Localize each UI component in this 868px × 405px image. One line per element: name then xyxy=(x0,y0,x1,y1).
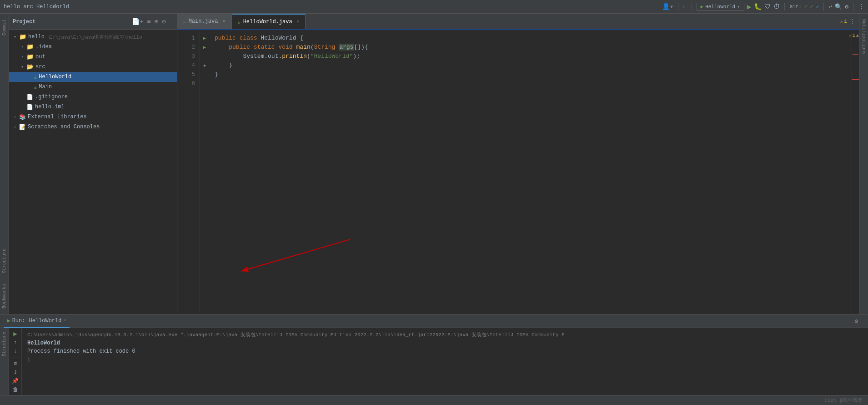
main-label: Main xyxy=(39,84,52,90)
run-gutter-line1[interactable]: ▶ xyxy=(203,35,206,41)
code-content[interactable]: public class HelloWorld { public static … xyxy=(209,30,852,314)
debug-button[interactable]: 🐛 xyxy=(754,3,762,10)
csdn-watermark: CSDN @君生我老 xyxy=(824,397,863,404)
run-output-pin[interactable]: 📌 xyxy=(11,378,20,385)
bottom-content: Structure ▶ ↑ ↓ ≡ ⤸ 📌 🗑 C:\Users\Admin\.… xyxy=(0,328,868,395)
coverage-button[interactable]: 🛡 xyxy=(764,3,771,10)
top-warning-icon: ⚠ xyxy=(848,33,852,39)
toolbar-separator-h xyxy=(11,358,20,358)
hello-root-icon: 📁 xyxy=(19,33,26,40)
undo-button[interactable]: ↩ xyxy=(828,3,832,10)
toolbar-separator-3 xyxy=(784,3,785,10)
run-gutter-line2[interactable]: ▶ xyxy=(203,45,206,50)
notifications-tab[interactable]: Notifications xyxy=(860,14,867,60)
structure-bottom-tab[interactable]: Structure xyxy=(1,328,8,360)
editor-area: ☕ Main.java × ☕ HelloWorld.java × ⚠ 1 ⋮ xyxy=(177,14,859,314)
title-bar-right: 👤▾ ← ▶ HelloWorld ▾ ▶ 🐛 🛡 ⏱ Git: ✓ ✓ ↗ ↩… xyxy=(662,2,864,11)
run-icon: ▶ xyxy=(701,4,704,10)
gitignore-icon: 📄 xyxy=(26,94,33,101)
line4-warning-icon: ◈ xyxy=(203,63,206,68)
run-tab-label: Run: xyxy=(12,318,25,324)
run-tab-close[interactable]: × xyxy=(63,318,66,323)
run-output-scroll-down[interactable]: ↓ xyxy=(11,348,20,355)
run-output-soft-wrap[interactable]: ⤸ xyxy=(11,369,20,376)
tree-item-idea[interactable]: › 📁 .idea xyxy=(9,42,177,52)
sidebar: Project 📄+ ≡ ⊞ ⚙ — ▾ 📁 hello E:\java\E:\… xyxy=(9,14,177,314)
run-tab[interactable]: ▶ Run: HelloWorld × xyxy=(4,314,70,328)
tree-item-hello-iml[interactable]: 📄 hello.iml xyxy=(9,102,177,112)
tree-item-out[interactable]: › 📁 out xyxy=(9,52,177,62)
tree-item-gitignore[interactable]: 📄 .gitignore xyxy=(9,92,177,102)
git-check-1: ✓ xyxy=(804,4,808,10)
helloworld-java-icon: ☕ xyxy=(237,19,241,25)
bottom-settings-icon[interactable]: ⚙ xyxy=(854,318,858,325)
toolbar-separator-4 xyxy=(823,3,824,10)
line-numbers: 1 2 3 4 5 6 xyxy=(177,30,200,314)
sidebar-tree: ▾ 📁 hello E:\java\E:\java语言代码练习\hello › … xyxy=(9,30,177,314)
tree-item-main[interactable]: ☕ Main xyxy=(9,82,177,92)
right-tab-bar: Notifications xyxy=(859,14,868,314)
tree-item-hello-root[interactable]: ▾ 📁 hello E:\java\E:\java语言代码练习\hello xyxy=(9,32,177,42)
title-bar-left: hello src HelloWorld xyxy=(4,4,662,10)
warning-count-num: 1 xyxy=(844,19,847,24)
right-gutter: ⚠ 1 ▲ ▼ xyxy=(852,30,859,314)
out-icon: 📁 xyxy=(26,53,34,61)
editor-tab-bar: ☕ Main.java × ☕ HelloWorld.java × ⚠ 1 ⋮ xyxy=(177,14,859,30)
run-output-wrap-btn[interactable]: ≡ xyxy=(11,360,20,367)
tab-helloworld-java[interactable]: ☕ HelloWorld.java × xyxy=(232,14,306,29)
run-gutter: ▶ ▶ ◈ xyxy=(200,30,209,314)
run-output-clear[interactable]: 🗑 xyxy=(11,386,20,393)
code-line-5: } xyxy=(215,70,846,79)
more-options-icon[interactable]: ⋮ xyxy=(858,3,864,10)
scratches-icon: 📝 xyxy=(19,124,26,131)
editor-right-actions: ⚠ 1 ⋮ xyxy=(837,14,859,29)
tab-main-java[interactable]: ☕ Main.java × xyxy=(177,14,232,29)
helloworld-java-close[interactable]: × xyxy=(297,20,300,25)
code-line-6 xyxy=(215,79,846,88)
output-cursor-line: | xyxy=(27,355,863,364)
helloworld-java-label: HelloWorld.java xyxy=(243,19,292,25)
run-config-box[interactable]: ▶ HelloWorld ▾ xyxy=(697,3,744,10)
output-cmd-line: C:\Users\Admin\.jdks\openjdk-18.0.2.1\bi… xyxy=(27,331,863,339)
main-java-label: Main.java xyxy=(189,18,218,25)
idea-icon: 📁 xyxy=(26,43,34,51)
run-output: C:\Users\Admin\.jdks\openjdk-18.0.2.1\bi… xyxy=(22,328,868,395)
hello-iml-label: hello.iml xyxy=(35,104,65,110)
run-output-run-btn[interactable]: ▶ xyxy=(13,330,17,338)
run-config-dropdown[interactable]: ▾ xyxy=(737,4,740,10)
external-libs-label: External Libraries xyxy=(28,114,87,120)
search-icon[interactable]: 🔍 xyxy=(835,3,842,10)
new-file-icon[interactable]: 📄+ xyxy=(132,18,143,25)
git-arrow[interactable]: ↗ xyxy=(816,3,819,10)
tree-item-external-libs[interactable]: › 📚 External Libraries xyxy=(9,112,177,122)
idea-arrow: › xyxy=(20,45,25,50)
run-output-scroll-up[interactable]: ↑ xyxy=(11,339,20,346)
collapse-all-icon[interactable]: ≡ xyxy=(147,18,151,25)
tree-item-scratches[interactable]: › 📝 Scratches and Consoles xyxy=(9,122,177,132)
main-java-close[interactable]: × xyxy=(222,19,225,24)
bottom-toolbar: ▶ ↑ ↓ ≡ ⤸ 📌 🗑 xyxy=(9,328,22,395)
gutter-expand-icon[interactable]: ▲ xyxy=(856,33,859,38)
settings-icon[interactable]: ⚙ xyxy=(845,3,848,10)
sidebar-title: Project xyxy=(13,19,128,25)
code-editor[interactable]: 1 2 3 4 5 6 ▶ ▶ ◈ public class HelloWor xyxy=(177,30,859,314)
editor-tabs-more-icon[interactable]: ⋮ xyxy=(850,18,855,25)
sidebar-minimize-icon[interactable]: — xyxy=(170,18,173,25)
run-button[interactable]: ▶ xyxy=(747,2,752,11)
bookmarks-tab[interactable]: Bookmarks xyxy=(1,278,8,314)
tab-bar-empty xyxy=(306,14,837,29)
back-icon[interactable]: ← xyxy=(683,3,687,10)
bottom-minimize-icon[interactable]: — xyxy=(861,318,864,324)
profile-icon[interactable]: 👤▾ xyxy=(662,3,673,10)
sidebar-settings-icon[interactable]: ⚙ xyxy=(162,18,166,25)
commit-tab[interactable]: Commit xyxy=(1,14,8,41)
tree-item-src[interactable]: ▾ 📂 src xyxy=(9,62,177,72)
structure-tab[interactable]: Structure xyxy=(1,243,8,278)
top-warning-count-gutter: 1 xyxy=(853,33,855,38)
expand-all-icon[interactable]: ⊞ xyxy=(155,18,158,25)
bottom-structure-bar: Structure xyxy=(0,328,9,395)
tree-item-helloworld[interactable]: ☕ HelloWorld xyxy=(9,72,177,82)
profiler-button[interactable]: ⏱ xyxy=(773,3,780,10)
code-line-2: public static void main(String args[]){ xyxy=(215,43,846,52)
helloworld-label: HelloWorld xyxy=(39,74,71,80)
